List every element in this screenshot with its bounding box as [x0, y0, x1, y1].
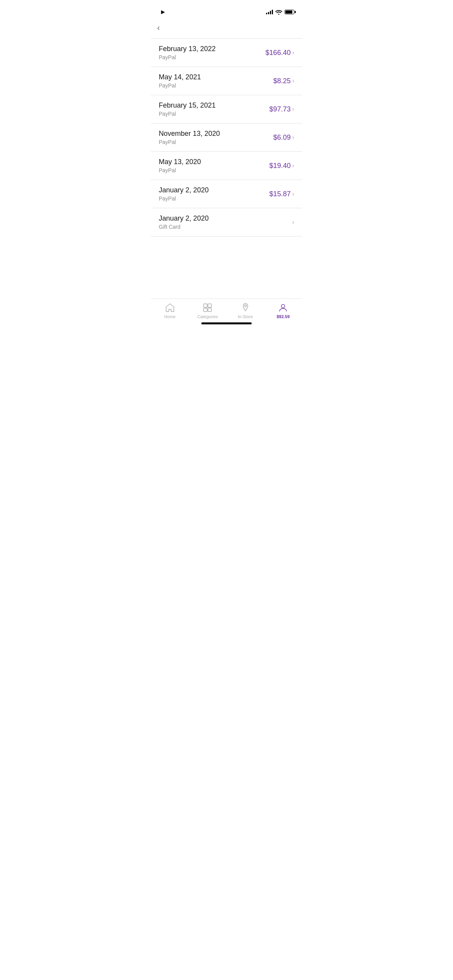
history-list-item[interactable]: May 14, 2021PayPal$8.25›: [151, 67, 302, 95]
chevron-right-icon: ›: [292, 190, 294, 197]
history-date: November 13, 2020: [159, 130, 220, 138]
svg-rect-2: [204, 308, 207, 312]
history-list: February 13, 2022PayPal$166.40›May 14, 2…: [151, 39, 302, 236]
history-list-item[interactable]: February 13, 2022PayPal$166.40›: [151, 39, 302, 67]
history-method: PayPal: [159, 195, 209, 202]
history-amount: $15.87: [269, 190, 291, 198]
history-method: PayPal: [159, 54, 216, 60]
chevron-right-icon: ›: [292, 77, 294, 84]
tab-categories-label: Categories: [197, 314, 218, 319]
chevron-right-icon: ›: [292, 106, 294, 113]
battery-icon: [285, 10, 294, 14]
history-amount: $97.73: [269, 105, 291, 113]
back-button[interactable]: ‹: [157, 23, 161, 32]
instore-icon: [240, 303, 251, 313]
account-icon: [278, 303, 288, 313]
history-method: PayPal: [159, 167, 201, 173]
status-bar: ▶: [151, 0, 302, 19]
chevron-right-icon: ›: [292, 162, 294, 169]
nav-header: ‹: [151, 19, 302, 38]
history-date: January 2, 2020: [159, 214, 209, 223]
chevron-right-icon: ›: [292, 49, 294, 56]
history-date: February 15, 2021: [159, 101, 216, 110]
history-list-item[interactable]: February 15, 2021PayPal$97.73›: [151, 95, 302, 123]
history-method: PayPal: [159, 111, 216, 117]
status-icons: [266, 10, 294, 15]
svg-rect-3: [208, 308, 211, 312]
history-list-item[interactable]: May 13, 2020PayPal$19.40›: [151, 152, 302, 180]
wifi-icon: [275, 10, 282, 15]
location-arrow-icon: ▶: [161, 9, 165, 15]
tab-categories[interactable]: Categories: [189, 303, 227, 319]
home-icon: [165, 303, 175, 313]
tab-home[interactable]: Home: [151, 303, 189, 319]
history-date: May 13, 2020: [159, 158, 201, 166]
svg-point-4: [244, 305, 246, 307]
history-date: May 14, 2021: [159, 73, 201, 81]
history-list-item[interactable]: January 2, 2020Gift Card›: [151, 208, 302, 236]
home-indicator: [201, 322, 252, 324]
categories-icon: [202, 303, 213, 313]
history-amount: $19.40: [269, 162, 291, 170]
history-date: January 2, 2020: [159, 186, 209, 194]
svg-point-5: [281, 305, 285, 308]
history-list-item[interactable]: January 2, 2020PayPal$15.87›: [151, 180, 302, 208]
signal-icon: [266, 10, 273, 14]
chevron-right-icon: ›: [292, 134, 294, 141]
tab-instore[interactable]: In-Store: [226, 303, 264, 319]
svg-rect-0: [204, 304, 207, 307]
history-list-item[interactable]: November 13, 2020PayPal$6.09›: [151, 123, 302, 152]
history-method: PayPal: [159, 82, 201, 89]
tab-instore-label: In-Store: [238, 314, 253, 319]
tab-account[interactable]: $92.59: [264, 303, 302, 319]
history-amount: $166.40: [266, 49, 291, 57]
back-chevron-icon: ‹: [157, 23, 160, 32]
tab-home-label: Home: [164, 314, 175, 319]
history-method: PayPal: [159, 139, 220, 145]
history-amount: $6.09: [273, 134, 291, 142]
chevron-right-icon: ›: [292, 219, 294, 226]
history-amount: $8.25: [273, 77, 291, 85]
svg-rect-1: [208, 304, 211, 307]
history-date: February 13, 2022: [159, 45, 216, 53]
tab-account-label: $92.59: [276, 314, 290, 319]
history-method: Gift Card: [159, 224, 209, 230]
status-time: ▶: [159, 9, 165, 15]
